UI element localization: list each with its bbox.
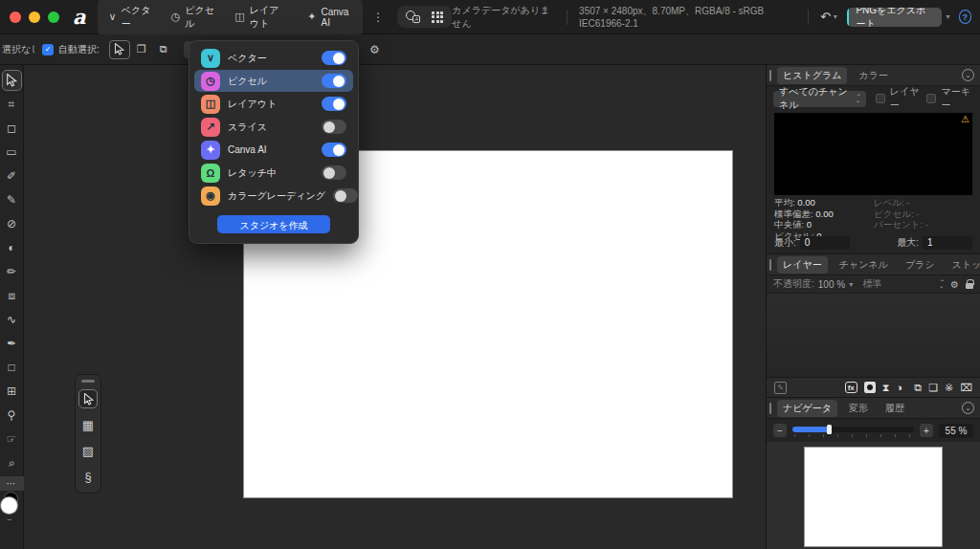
minimize-window-button[interactable] <box>29 11 40 23</box>
tab-navigator[interactable]: ナビゲータ <box>777 400 837 417</box>
studio-menu-item-retouch[interactable]: Ω レタッチ中 <box>194 162 353 184</box>
gear-icon[interactable]: ⚙ <box>369 43 380 56</box>
tab-color[interactable]: カラー <box>853 67 893 84</box>
shape-tool-button[interactable]: □ <box>2 355 22 379</box>
marquee-checkbox[interactable] <box>926 94 936 103</box>
navigator-preview[interactable] <box>767 442 980 549</box>
select-object-button[interactable]: ❐ <box>131 40 152 59</box>
selection-frame-tool-button[interactable]: ◻ <box>2 116 22 140</box>
smudge-tool-button[interactable]: ∿ <box>2 307 22 331</box>
zoom-percentage-value[interactable]: 55 % <box>939 424 973 438</box>
zoom-tool-button[interactable]: ⌕ <box>2 450 22 474</box>
selection-brush-tool-button[interactable]: ✐ <box>2 164 22 187</box>
min-input[interactable]: 0 <box>800 236 850 250</box>
pixel-toggle[interactable] <box>322 74 346 88</box>
canvas-area[interactable]: ▦ ▨ § <box>24 65 766 549</box>
more-tools-button[interactable]: ⋯ <box>0 476 24 491</box>
navigator-page-thumbnail[interactable] <box>805 448 942 546</box>
zoom-window-button[interactable] <box>48 11 59 23</box>
panel-drag-handle[interactable] <box>769 403 771 414</box>
help-button[interactable]: ? <box>959 10 971 24</box>
studio-menu-item-vector[interactable]: ∨ ベクター <box>194 47 353 69</box>
max-input[interactable]: 1 <box>923 236 972 250</box>
color-grading-toggle[interactable] <box>333 188 358 203</box>
persona-layout-button[interactable]: ◫ レイアウト <box>225 0 298 35</box>
persona-pixel-button[interactable]: ◷ ピクセル <box>162 0 226 35</box>
zoom-out-button[interactable]: − <box>773 424 787 437</box>
tab-transform[interactable]: 変形 <box>843 400 874 417</box>
studio-menu-item-slice[interactable]: ↗ スライス <box>194 116 353 138</box>
tab-stock[interactable]: ストック <box>947 256 980 274</box>
panel-drag-handle[interactable] <box>769 259 771 271</box>
clone-stamp-tool-button[interactable]: ⧈ <box>2 283 22 307</box>
blend-mode-select[interactable]: 標準 <box>862 277 881 291</box>
close-window-button[interactable] <box>10 11 21 23</box>
retouch-toggle[interactable] <box>322 165 346 180</box>
zoom-slider-thumb[interactable] <box>827 425 832 434</box>
collapse-panel-button[interactable]: ⌄ <box>962 69 974 81</box>
liquify-tool-button[interactable]: § <box>78 467 98 486</box>
opacity-value[interactable]: 100 % <box>818 279 845 290</box>
tab-channels[interactable]: チャンネル <box>834 256 894 274</box>
auto-select-checkbox[interactable]: ✓ <box>42 44 54 55</box>
persona-vector-button[interactable]: ∨ ベクター <box>100 0 162 35</box>
perspective-mesh-tool-button[interactable]: ▨ <box>78 441 98 460</box>
tab-histogram[interactable]: ヒストグラム <box>777 67 847 84</box>
duplicate-layer-button[interactable]: ⧉ <box>914 382 922 394</box>
live-filter-button[interactable]: ◑ <box>897 382 903 393</box>
studio-grid-icon[interactable] <box>432 11 443 23</box>
layers-list[interactable] <box>767 294 980 377</box>
export-options-caret-icon[interactable]: ▾ <box>947 12 950 21</box>
export-png-button[interactable]: PNGをエクスポート <box>847 8 942 27</box>
undo-icon[interactable]: ↶ <box>820 10 831 24</box>
persona-overflow-button[interactable]: ⋮ <box>368 9 388 26</box>
studio-menu-item-canva-ai[interactable]: ✦ Canva AI <box>194 139 353 161</box>
node-tool-button[interactable] <box>78 389 98 408</box>
burn-brush-tool-button[interactable]: ✏ <box>2 259 22 283</box>
color-picker-tool-button[interactable]: ⚲ <box>2 403 22 427</box>
vector-toggle[interactable] <box>322 51 346 65</box>
swap-colors-icon[interactable]: ⌣ <box>7 515 11 524</box>
opacity-caret-icon[interactable]: ▾ <box>849 280 853 289</box>
zoom-slider[interactable] <box>792 424 914 437</box>
group-layers-button[interactable]: ❏ <box>928 382 938 394</box>
marquee-select-tool-button[interactable]: ▭ <box>2 140 22 164</box>
lock-icon[interactable] <box>966 283 973 289</box>
mesh-warp-tool-button[interactable]: ⊞ <box>2 379 22 403</box>
move-tool-button[interactable] <box>2 70 22 91</box>
assistant-icon[interactable]: A <box>406 11 420 23</box>
canva-ai-toggle[interactable] <box>322 143 346 157</box>
blend-stepper-icon[interactable]: ⌃⌄ <box>939 280 944 289</box>
pan-tool-button[interactable]: ☞ <box>2 427 22 450</box>
undo-history-caret-icon[interactable]: ▾ <box>834 12 837 21</box>
create-studio-button[interactable]: スタジオを作成 <box>217 215 330 233</box>
crop-tool-button[interactable]: ⌗ <box>2 92 22 116</box>
studio-menu-item-layout[interactable]: ◫ レイアウト <box>194 93 353 115</box>
collapse-panel-button[interactable]: ⌄ <box>962 402 974 414</box>
edit-layer-icon[interactable]: ✎ <box>774 382 787 394</box>
channel-select[interactable]: すべてのチャンネル ⌃⌄ <box>773 91 866 107</box>
dodge-brush-tool-button[interactable]: ◐ <box>2 235 22 259</box>
layer-checkbox[interactable] <box>876 94 885 103</box>
palette-drag-handle[interactable] <box>81 380 95 383</box>
paint-brush-tool-button[interactable]: ✎ <box>2 187 22 211</box>
studio-menu-item-color-grading[interactable]: ◉ カラーグレーディング <box>194 185 353 207</box>
foreground-color-swatch[interactable] <box>1 497 17 514</box>
tab-layers[interactable]: レイヤー <box>777 256 828 274</box>
persona-canva-ai-button[interactable]: ✦ Canva AI <box>298 2 361 33</box>
studio-menu-item-pixel[interactable]: ◷ ピクセル <box>194 70 353 92</box>
tab-brushes[interactable]: ブラシ <box>900 256 941 274</box>
zoom-in-button[interactable]: + <box>920 424 933 437</box>
delete-layer-button[interactable]: ⌧ <box>960 382 972 394</box>
pattern-layer-button[interactable]: ※ <box>945 382 953 394</box>
select-group-button[interactable]: ⧉ <box>153 40 174 59</box>
layout-toggle[interactable] <box>322 97 346 111</box>
mask-layer-button[interactable] <box>864 382 876 393</box>
pen-tool-button[interactable]: ✒ <box>2 331 22 355</box>
cursor-mode-button[interactable] <box>109 40 130 59</box>
mesh-grid-tool-button[interactable]: ▦ <box>78 415 98 434</box>
erase-brush-tool-button[interactable]: ⊘ <box>2 211 22 235</box>
layer-settings-gear-icon[interactable]: ⚙ <box>950 279 959 290</box>
adjustment-layer-button[interactable]: ⧗ <box>882 382 890 394</box>
layer-effects-button[interactable]: fx <box>845 382 858 393</box>
